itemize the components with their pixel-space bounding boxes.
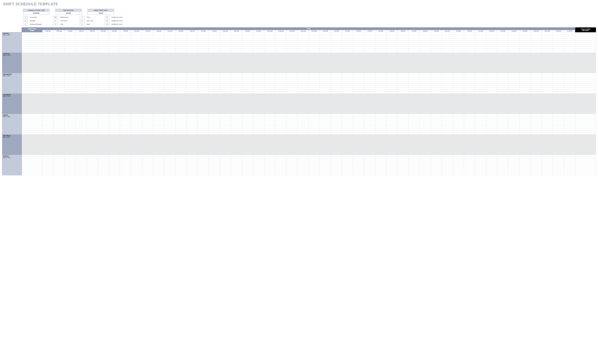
shift-cell[interactable] (275, 90, 286, 91)
shift-cell[interactable] (564, 161, 575, 163)
shift-cell[interactable] (164, 173, 175, 175)
shift-cell[interactable] (76, 169, 87, 171)
shift-cell[interactable] (508, 128, 520, 130)
shift-cell[interactable] (220, 118, 231, 120)
shift-cell[interactable] (275, 81, 286, 83)
shift-cell[interactable] (198, 130, 209, 132)
shift-cell[interactable] (531, 96, 541, 98)
shift-cell[interactable] (76, 59, 87, 61)
shift-cell[interactable] (541, 104, 553, 106)
shift-cell[interactable] (198, 69, 209, 71)
shift-cell[interactable] (353, 112, 364, 114)
shift-cell[interactable] (364, 165, 375, 167)
shift-cell[interactable] (220, 47, 231, 49)
shift-cell[interactable] (186, 41, 198, 42)
shift-cell[interactable] (553, 94, 564, 96)
shift-cell[interactable] (53, 126, 64, 128)
shift-cell[interactable] (553, 34, 564, 36)
shift-cell[interactable] (420, 171, 431, 173)
shift-cell[interactable] (220, 171, 231, 173)
shift-cell[interactable] (420, 137, 431, 139)
employee-name-cell[interactable] (22, 90, 42, 91)
shift-cell[interactable] (309, 145, 320, 147)
shift-cell[interactable] (87, 41, 98, 42)
shift-cell[interactable] (220, 120, 231, 122)
shift-cell[interactable] (186, 106, 198, 108)
shift-cell[interactable] (164, 98, 175, 100)
shift-cell[interactable] (164, 51, 175, 53)
shift-cell[interactable] (109, 145, 120, 147)
shift-cell[interactable] (142, 137, 153, 139)
shift-cell[interactable] (164, 116, 175, 118)
shift-cell[interactable] (564, 61, 575, 63)
shift-cell[interactable] (464, 53, 475, 55)
shift-cell[interactable] (53, 161, 64, 163)
shift-cell[interactable] (497, 134, 508, 137)
shift-cell[interactable] (164, 75, 175, 77)
shift-cell[interactable] (386, 51, 397, 53)
shift-cell[interactable] (375, 32, 386, 34)
shift-cell[interactable] (520, 67, 531, 69)
shift-cell[interactable] (198, 137, 209, 139)
shift-cell[interactable] (342, 96, 353, 98)
shift-cell[interactable] (408, 155, 420, 157)
shift-cell[interactable] (398, 122, 408, 124)
shift-cell[interactable] (442, 71, 453, 73)
shift-cell[interactable] (286, 112, 298, 114)
shift-cell[interactable] (186, 53, 198, 55)
shift-cell[interactable] (431, 65, 442, 67)
shift-cell[interactable] (198, 59, 209, 61)
shift-cell[interactable] (120, 77, 131, 79)
shift-cell[interactable] (109, 147, 120, 149)
shift-cell[interactable] (309, 147, 320, 149)
shift-cell[interactable] (220, 73, 231, 75)
employee-name-cell[interactable] (22, 75, 42, 77)
shift-cell[interactable] (109, 98, 120, 100)
shift-cell[interactable] (453, 128, 464, 130)
shift-cell[interactable] (64, 69, 75, 71)
shift-cell[interactable] (331, 128, 342, 130)
shift-cell[interactable] (42, 157, 53, 159)
shift-cell[interactable] (364, 171, 375, 173)
shift-cell[interactable] (153, 169, 164, 171)
shift-cell[interactable] (164, 132, 175, 134)
shift-cell[interactable] (42, 81, 53, 83)
shift-cell[interactable] (309, 75, 320, 77)
shift-cell[interactable] (142, 104, 153, 106)
shift-cell[interactable] (431, 36, 442, 38)
shift-cell[interactable] (486, 85, 497, 87)
shift-cell[interactable] (186, 145, 198, 147)
shift-cell[interactable] (364, 85, 375, 87)
shift-cell[interactable] (53, 165, 64, 167)
shift-cell[interactable] (386, 108, 397, 110)
shift-cell[interactable] (186, 102, 198, 104)
shift-cell[interactable] (486, 96, 497, 98)
shift-cell[interactable] (264, 118, 275, 120)
shift-cell[interactable] (64, 65, 75, 67)
shift-cell[interactable] (64, 173, 75, 175)
shift-cell[interactable] (175, 45, 186, 47)
shift-cell[interactable] (375, 143, 386, 145)
shift-cell[interactable] (442, 57, 453, 59)
shift-cell[interactable] (331, 79, 342, 81)
employee-name-cell[interactable] (22, 41, 42, 42)
shift-cell[interactable] (220, 126, 231, 128)
shift-cell[interactable] (131, 45, 142, 47)
shift-cell[interactable] (531, 47, 541, 49)
shift-cell[interactable] (553, 163, 564, 165)
shift-cell[interactable] (76, 69, 87, 71)
shift-cell[interactable] (175, 90, 186, 91)
shift-cell[interactable] (564, 165, 575, 167)
shift-cell[interactable] (220, 75, 231, 77)
shift-cell[interactable] (453, 77, 464, 79)
shift-cell[interactable] (398, 36, 408, 38)
shift-cell[interactable] (298, 71, 308, 73)
shift-cell[interactable] (353, 73, 364, 75)
shift-cell[interactable] (431, 53, 442, 55)
shift-cell[interactable] (431, 147, 442, 149)
shift-cell[interactable] (531, 108, 541, 110)
shift-cell[interactable] (64, 41, 75, 42)
shift-cell[interactable] (353, 38, 364, 41)
shift-cell[interactable] (464, 130, 475, 132)
shift-cell[interactable] (87, 83, 98, 85)
